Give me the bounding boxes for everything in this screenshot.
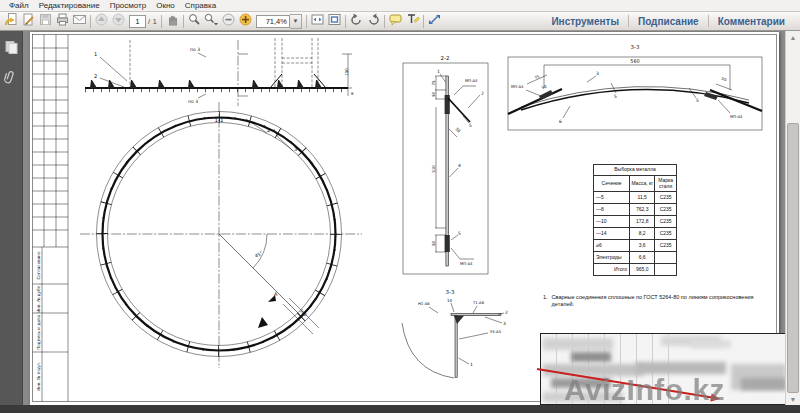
scroll-down-arrow[interactable]: ▼ <box>786 393 800 405</box>
page-thumbnails-icon <box>3 39 19 59</box>
open-icon <box>4 12 19 31</box>
toolbar-separator <box>90 15 91 28</box>
zoom-out-button[interactable] <box>220 13 237 29</box>
save-button[interactable] <box>37 13 54 29</box>
fit-width-button[interactable] <box>309 13 326 29</box>
fit-width-icon <box>310 12 325 31</box>
menu-file[interactable]: Файл <box>4 1 34 10</box>
red-annotation-arrow <box>30 32 779 405</box>
comment-bubble-icon <box>388 12 403 31</box>
zoom-level-caret[interactable]: ▼ <box>290 14 302 29</box>
pdf-viewer-window: Файл Редактирование Просмотр Окно Справк… <box>0 0 800 413</box>
attachments-button[interactable] <box>0 67 22 91</box>
menu-view[interactable]: Просмотр <box>105 1 152 10</box>
fullscreen-button[interactable] <box>426 13 443 29</box>
vertical-scrollbar[interactable]: ▲ ▼ <box>785 31 800 405</box>
rotate-ccw-icon <box>349 12 364 31</box>
fit-page-icon <box>327 12 342 31</box>
pencil-icon <box>21 12 36 31</box>
open-button[interactable] <box>3 13 20 29</box>
toolbar-separator <box>345 15 346 28</box>
paperclip-icon <box>3 69 19 89</box>
hand-icon <box>165 12 180 31</box>
toolbar-separator <box>161 15 162 28</box>
print-button[interactable] <box>54 13 71 29</box>
add-comment-button[interactable] <box>387 13 404 29</box>
zoom-level-input[interactable]: 71,4% <box>256 15 290 28</box>
save-icon <box>38 12 53 31</box>
window-bottom-edge <box>0 405 800 413</box>
email-icon <box>72 12 87 31</box>
toolbar-right-panel: Инструменты Подписание Комментарии <box>542 12 794 30</box>
rotate-cw-button[interactable] <box>365 13 382 29</box>
scroll-up-arrow[interactable]: ▲ <box>786 31 800 43</box>
toolbar-separator <box>423 15 424 28</box>
toolbar-separator <box>384 15 385 28</box>
watermark-text: AvizInfo.kz <box>564 373 725 407</box>
zoom-in-icon <box>238 12 253 31</box>
menu-bar: Файл Редактирование Просмотр Окно Справк… <box>0 0 800 12</box>
fit-page-button[interactable] <box>326 13 343 29</box>
toolbar-separator <box>183 15 184 28</box>
next-page-button[interactable] <box>110 13 127 29</box>
highlight-text-button[interactable] <box>404 13 421 29</box>
rotate-ccw-button[interactable] <box>348 13 365 29</box>
hand-tool-button[interactable] <box>164 13 181 29</box>
toolbar: 1 / 1 71,4% ▼ <box>0 12 800 31</box>
edit-button[interactable] <box>20 13 37 29</box>
zoom-dropdown-icon <box>203 12 219 31</box>
zoom-out-icon <box>221 12 236 31</box>
highlight-icon <box>405 12 420 31</box>
menu-edit[interactable]: Редактирование <box>34 1 105 10</box>
sign-panel-button[interactable]: Подписание <box>629 16 708 27</box>
page-number-input[interactable]: 1 <box>129 15 146 28</box>
document-page[interactable]: Согласовано Инв. № дубл. Подпись и дата … <box>30 32 779 405</box>
document-area: Согласовано Инв. № дубл. Подпись и дата … <box>22 31 786 405</box>
scrollbar-thumb[interactable] <box>787 123 799 393</box>
menu-help[interactable]: Справка <box>180 1 221 10</box>
zoom-tool-dropdown-button[interactable] <box>203 13 220 29</box>
navigation-sidebar <box>0 31 23 405</box>
menu-window[interactable]: Окно <box>151 1 180 10</box>
zoom-in-button[interactable] <box>237 13 254 29</box>
toolbar-separator <box>306 15 307 28</box>
comments-panel-button[interactable]: Комментарии <box>709 16 794 27</box>
zoom-level-control: 71,4% ▼ <box>256 14 302 29</box>
page-count-label: / 1 <box>148 17 157 26</box>
expand-icon <box>427 12 442 31</box>
email-button[interactable] <box>71 13 88 29</box>
page-down-icon <box>111 12 126 31</box>
rotate-cw-icon <box>366 12 381 31</box>
tools-panel-button[interactable]: Инструменты <box>542 16 628 27</box>
page-thumbnails-button[interactable] <box>0 37 22 61</box>
page-up-icon <box>94 12 109 31</box>
marquee-zoom-icon <box>187 12 202 31</box>
marquee-zoom-button[interactable] <box>186 13 203 29</box>
previous-page-button[interactable] <box>93 13 110 29</box>
print-icon <box>55 12 70 31</box>
